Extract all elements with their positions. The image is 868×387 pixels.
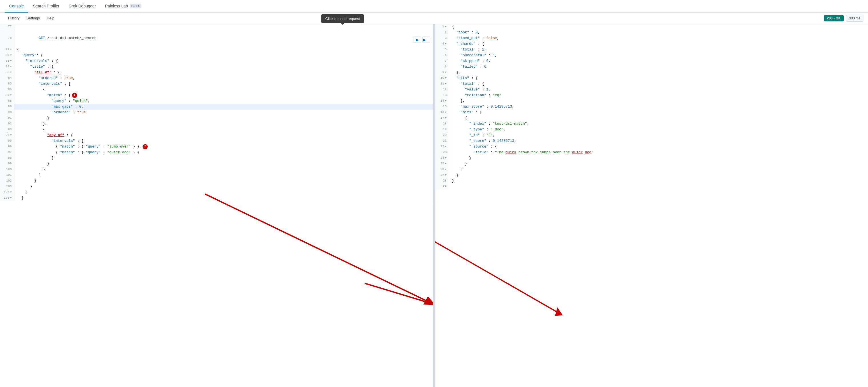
response-line-18: 18 "_index" : "test-dsl-match", [435, 121, 868, 127]
response-line-15: 15 "max_score" : 0.14285713, [435, 104, 868, 110]
history-button[interactable]: History [5, 12, 23, 24]
editor-line-100: 100 } [0, 167, 433, 172]
response-line-10: 10▼ "hits" : { [435, 75, 868, 81]
editor-line-82: 82▼ "title" : { [0, 64, 433, 70]
response-line-22: 22▼ "_source" : { [435, 144, 868, 149]
editor-line-86: 86 { [0, 87, 433, 93]
response-line-8: 8 "failed" : 0 [435, 64, 868, 70]
editor-line-85: 85 "intervals" : [ [0, 81, 433, 87]
response-line-21: 21 "_score" : 0.14285713, [435, 138, 868, 144]
editor-line-93: 93 { [0, 127, 433, 133]
editor-line-96: 96 { "match" : { "query" : "jump over" }… [0, 144, 433, 149]
top-nav: Console Search Profiler Grok Debugger Pa… [0, 0, 868, 12]
editor-line-99: 99 } [0, 161, 433, 167]
response-line-13: 13 "relation" : "eq" [435, 93, 868, 98]
status-ok-badge: 200 - OK [824, 15, 844, 22]
editor-line-102: 102 } [0, 178, 433, 184]
editor-line-92: 92 }, [0, 121, 433, 127]
editor-line-77: 77 [0, 24, 433, 30]
editor-line-105: 105▼ } [0, 195, 433, 201]
editor-line-97: 97 { "match" : { "query" : "quick dog" }… [0, 149, 433, 155]
editor-line-79: 79▼ { [0, 47, 433, 52]
status-time-badge: 303 ms [846, 15, 863, 22]
response-line-3: 3 "timed_out" : false, [435, 35, 868, 41]
response-line-20: 20 "_id" : "3", [435, 133, 868, 138]
editor-line-104: 104▼ } [0, 189, 433, 195]
response-line-11: 11▼ "total" : { [435, 81, 868, 87]
run-button[interactable]: ▶ [413, 37, 421, 43]
send-request-tooltip: Click to send request [321, 14, 364, 23]
editor-line-98: 98 ] [0, 155, 433, 161]
response-line-12: 12 "value" : 1, [435, 87, 868, 93]
response-line-26: 26▼ ] [435, 167, 868, 172]
response-line-25: 25▼ } [435, 161, 868, 167]
response-line-2: 2 "took" : 0, [435, 30, 868, 35]
editor-code-area[interactable]: 77 78 GET /test-dsl-match/_search 79▼ { … [0, 24, 433, 387]
editor-line-83: 83▼ "all_of" : { [0, 70, 433, 75]
editor-line-103: 103 } [0, 184, 433, 189]
tab-search-profiler[interactable]: Search Profiler [28, 0, 64, 12]
editor-line-94: 94▼ "any_of" : { [0, 133, 433, 138]
editor-line-84: 84 "ordered" : true, [0, 75, 433, 81]
response-line-16: 16▼ "hits" : [ [435, 110, 868, 115]
editor-line-95: 95 "intervals" : [ [0, 138, 433, 144]
settings-button[interactable]: Settings [23, 12, 43, 24]
response-line-4: 4▼ "_shards" : { [435, 41, 868, 47]
editor-line-81: 81▼ "intervals" : { [0, 58, 433, 64]
editor-line-78: 78 GET /test-dsl-match/_search [0, 30, 433, 47]
response-line-9: 9▼ }, [435, 70, 868, 75]
response-line-24: 24▼ } [435, 155, 868, 161]
response-line-27: 27▼ } [435, 172, 868, 178]
action-buttons: ▶ ▶ [413, 37, 430, 43]
status-area: 200 - OK 303 ms [824, 15, 863, 22]
response-line-14: 14▼ }, [435, 98, 868, 104]
editor-line-88: 88 "query" : "quick", [0, 98, 433, 104]
stop-button[interactable]: ▶ [422, 37, 430, 43]
editor-line-91: 91 } [0, 115, 433, 121]
tab-painless-lab[interactable]: Painless Lab BETA [100, 0, 146, 12]
editor-line-89: 89 "max_gaps" : 0, [0, 104, 433, 110]
tab-console[interactable]: Console [5, 0, 28, 12]
beta-badge: BETA [130, 4, 142, 8]
help-button[interactable]: Help [43, 12, 58, 24]
response-line-23: 23 "title" : "The quick brown fox jumps … [435, 149, 868, 155]
editor-line-90: 90 "ordered" : true [0, 110, 433, 115]
main-content: ▶ ▶ 77 78 GET /test-dsl-match/_search 79… [0, 24, 868, 387]
response-line-1: 1▼ { [435, 24, 868, 30]
editor-line-87: 87▼ "match" : {1 [0, 93, 433, 98]
response-code-area[interactable]: 1▼ { 2 "took" : 0, 3 "timed_out" : false… [435, 24, 868, 387]
response-line-6: 6 "successful" : 1, [435, 52, 868, 58]
response-line-5: 5 "total" : 1, [435, 47, 868, 52]
response-pane: 1▼ { 2 "took" : 0, 3 "timed_out" : false… [435, 24, 868, 387]
response-line-7: 7 "skipped" : 0, [435, 58, 868, 64]
tab-grok-debugger[interactable]: Grok Debugger [64, 0, 100, 12]
response-line-29: 29 [435, 184, 868, 189]
response-line-19: 19 "_type" : "_doc", [435, 127, 868, 133]
secondary-toolbar: History Settings Help Click to send requ… [0, 12, 868, 24]
response-line-17: 17▼ { [435, 115, 868, 121]
editor-line-80: 80▼ "query": { [0, 52, 433, 58]
response-line-28: 28 } [435, 178, 868, 184]
editor-pane: ▶ ▶ 77 78 GET /test-dsl-match/_search 79… [0, 24, 433, 387]
editor-line-101: 101 ] [0, 172, 433, 178]
